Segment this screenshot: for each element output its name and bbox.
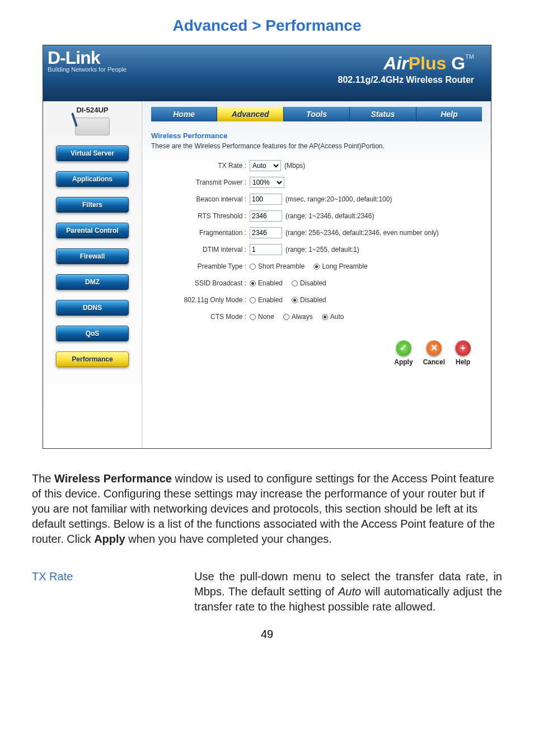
apply-button[interactable]: ✓ Apply [394, 340, 413, 366]
param-tx-rate-desc: Use the pull-down menu to select the tra… [194, 569, 502, 614]
parameter-row: TX Rate Use the pull-down menu to select… [32, 569, 502, 614]
ssid-disabled-radio[interactable] [292, 280, 298, 287]
cts-opt-auto: Auto [330, 313, 344, 321]
banner: D-Link Building Networks for People AirP… [43, 45, 491, 101]
sidebar: DI-524UP Virtual Server Applications Fil… [43, 101, 142, 448]
ssid-enabled-radio[interactable] [250, 280, 256, 287]
cts-auto-radio[interactable] [322, 314, 328, 320]
model-label: DI-524UP [48, 106, 137, 114]
frag-input[interactable] [250, 227, 282, 238]
cts-label: CTS Mode : [151, 313, 250, 321]
airplus-plus: Plus [409, 53, 447, 73]
param-tx-rate-label: TX Rate [32, 569, 172, 614]
gonly-enabled-radio[interactable] [250, 297, 256, 303]
frag-label: Fragmentation : [151, 229, 250, 237]
gonly-label: 802.11g Only Mode : [151, 296, 250, 304]
airplus-logo: AirPlus GTM 802.11g/2.4GHz Wireless Rout… [338, 53, 474, 85]
preamble-opt-long: Long Preamble [322, 262, 367, 270]
plus-icon: + [455, 340, 471, 356]
tabstrip: Home Advanced Tools Status Help [151, 107, 482, 121]
cts-none-radio[interactable] [250, 314, 256, 320]
help-label: Help [456, 358, 470, 366]
dlink-brand-text: D-Link [48, 48, 127, 68]
beacon-hint: (msec, range:20~1000, default:100) [285, 195, 392, 203]
frag-hint: (range: 256~2346, default:2346, even num… [285, 229, 439, 237]
rts-input[interactable] [250, 210, 282, 222]
ssid-opt-enabled: Enabled [258, 279, 283, 287]
transmit-power-select[interactable]: 100% [250, 177, 284, 188]
preamble-long-radio[interactable] [313, 264, 320, 270]
model-box: DI-524UP [48, 106, 137, 135]
sidebar-item-performance[interactable]: Performance [56, 351, 129, 367]
section-title: Wireless Performance [151, 132, 482, 140]
airplus-air: Air [383, 53, 408, 73]
dtim-hint: (range: 1~255, default:1) [285, 246, 359, 253]
tab-home[interactable]: Home [151, 107, 217, 121]
sidebar-item-applications[interactable]: Applications [56, 171, 129, 187]
sidebar-item-ddns[interactable]: DDNS [56, 300, 129, 316]
section-description: These are the Wireless Performance featu… [151, 142, 482, 150]
dtim-label: DTIM interval : [151, 246, 250, 253]
preamble-label: Preamble Type : [151, 262, 250, 270]
page-title: Advanced > Performance [22, 17, 512, 35]
sidebar-item-qos[interactable]: QoS [56, 326, 129, 341]
airplus-tm: TM [465, 53, 474, 60]
tab-help[interactable]: Help [416, 107, 482, 121]
ssid-opt-disabled: Disabled [300, 279, 326, 287]
cancel-label: Cancel [423, 358, 445, 366]
rts-hint: (range: 1~2346, default:2346) [285, 212, 374, 220]
settings-form: TX Rate : Auto (Mbps) Transmit Power : 1… [151, 159, 482, 323]
tab-tools[interactable]: Tools [284, 107, 350, 121]
sidebar-item-parental-control[interactable]: Parental Control [56, 223, 129, 238]
cts-opt-none: None [258, 313, 274, 321]
check-icon: ✓ [396, 340, 411, 356]
tab-status[interactable]: Status [350, 107, 416, 121]
content-panel: Home Advanced Tools Status Help Wireless… [142, 101, 491, 448]
cross-icon: ✕ [426, 340, 442, 356]
tx-rate-select[interactable]: Auto [250, 160, 281, 171]
cancel-button[interactable]: ✕ Cancel [423, 340, 445, 366]
sidebar-item-virtual-server[interactable]: Virtual Server [56, 145, 129, 161]
dlink-tagline: Building Networks for People [48, 66, 127, 73]
sidebar-item-dmz[interactable]: DMZ [56, 274, 129, 290]
apply-label: Apply [394, 358, 413, 366]
transmit-power-label: Transmit Power : [151, 179, 250, 186]
airplus-g: G [446, 53, 465, 73]
sidebar-item-firewall[interactable]: Firewall [56, 248, 129, 264]
ssid-label: SSID Broadcast : [151, 279, 250, 287]
airplus-subtitle: 802.11g/2.4GHz Wireless Router [338, 75, 474, 85]
gonly-opt-enabled: Enabled [258, 296, 283, 304]
rts-label: RTS Threshold : [151, 212, 250, 220]
tab-advanced[interactable]: Advanced [217, 107, 283, 121]
preamble-opt-short: Short Preamble [258, 262, 305, 270]
tx-rate-unit: (Mbps) [284, 162, 305, 170]
page-number: 49 [22, 628, 512, 641]
tx-rate-label: TX Rate : [151, 162, 250, 170]
action-buttons: ✓ Apply ✕ Cancel + Help [151, 340, 482, 366]
beacon-label: Beacon interval : [151, 195, 250, 203]
gonly-opt-disabled: Disabled [300, 296, 326, 304]
gonly-disabled-radio[interactable] [292, 297, 298, 303]
cts-opt-always: Always [292, 313, 313, 321]
preamble-short-radio[interactable] [250, 264, 256, 270]
beacon-input[interactable] [250, 194, 282, 205]
cts-always-radio[interactable] [283, 314, 289, 320]
dlink-logo: D-Link Building Networks for People [48, 48, 127, 73]
explanatory-paragraph: The Wireless Performance window is used … [32, 471, 502, 547]
sidebar-item-filters[interactable]: Filters [56, 197, 129, 213]
router-admin-screenshot: D-Link Building Networks for People AirP… [43, 45, 491, 449]
router-icon [75, 118, 110, 135]
help-button[interactable]: + Help [455, 340, 471, 366]
dtim-input[interactable] [250, 244, 282, 255]
